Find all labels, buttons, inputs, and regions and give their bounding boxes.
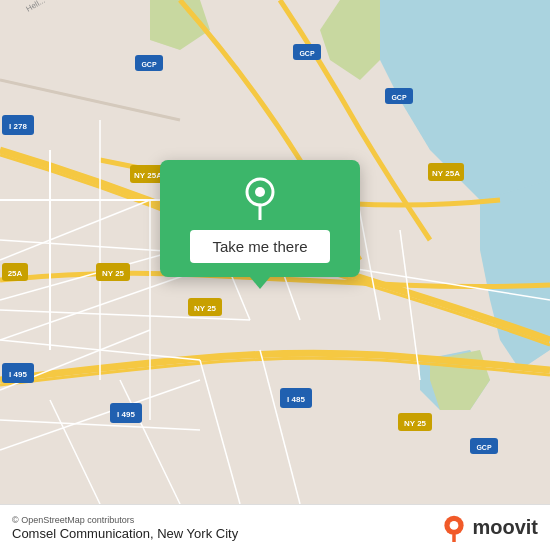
svg-text:GCP: GCP [476, 444, 492, 451]
svg-text:I 495: I 495 [117, 410, 135, 419]
svg-text:GCP: GCP [299, 50, 315, 57]
svg-point-54 [255, 187, 265, 197]
moovit-logo: moovit [440, 514, 538, 542]
svg-text:NY 25: NY 25 [194, 304, 217, 313]
location-pin-icon [238, 176, 282, 220]
svg-text:GCP: GCP [391, 94, 407, 101]
moovit-label: moovit [472, 516, 538, 539]
svg-text:NY 25: NY 25 [404, 419, 427, 428]
bottom-bar: © OpenStreetMap contributors Comsel Comm… [0, 504, 550, 550]
svg-point-56 [450, 521, 459, 530]
take-me-there-button[interactable]: Take me there [190, 230, 329, 263]
map-container: I 278 GCP GCP GCP NY 25A NY 25A 25A NY 2… [0, 0, 550, 550]
svg-text:I 278: I 278 [9, 122, 27, 131]
svg-text:I 485: I 485 [287, 395, 305, 404]
popup-card: Take me there [160, 160, 360, 277]
svg-text:I 495: I 495 [9, 370, 27, 379]
svg-text:GCP: GCP [141, 61, 157, 68]
svg-text:NY 25: NY 25 [102, 269, 125, 278]
moovit-brand-icon [440, 514, 468, 542]
svg-text:NY 25A: NY 25A [432, 169, 460, 178]
bottom-left-info: © OpenStreetMap contributors Comsel Comm… [12, 515, 238, 541]
attribution-text: © OpenStreetMap contributors [12, 515, 238, 525]
location-name: Comsel Communication, New York City [12, 526, 238, 541]
svg-text:25A: 25A [8, 269, 23, 278]
svg-text:NY 25A: NY 25A [134, 171, 162, 180]
